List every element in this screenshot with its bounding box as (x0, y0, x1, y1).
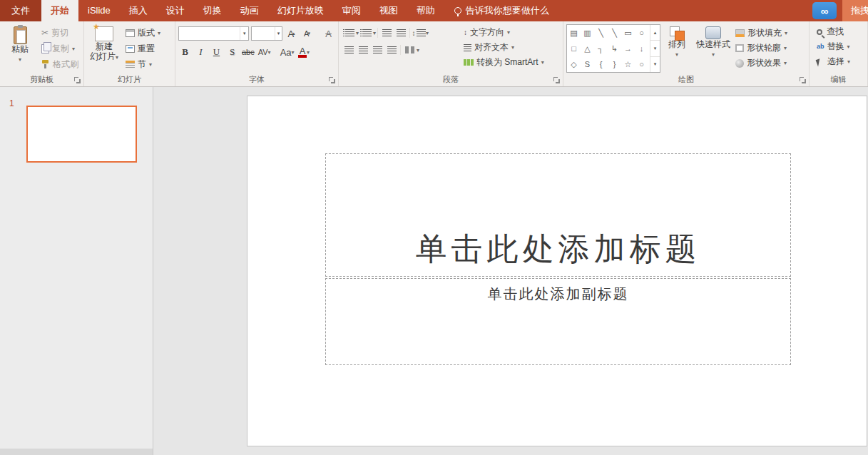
tab-help[interactable]: 帮助 (407, 0, 444, 21)
drawing-dialog-launcher[interactable] (800, 77, 807, 84)
tab-design[interactable]: 设计 (157, 0, 194, 21)
font-size-dropdown-icon[interactable]: ▾ (275, 27, 282, 40)
increase-indent-button[interactable] (394, 26, 408, 40)
reset-button[interactable]: 重置 (123, 41, 163, 56)
columns-button[interactable] (402, 43, 417, 57)
shape-outline-icon (735, 44, 744, 52)
shapes-scroll-up[interactable]: ▴ (650, 25, 660, 41)
replace-button[interactable]: ab 替换 ▾ (817, 39, 864, 54)
shape-rounded-rectangle[interactable]: □ (567, 41, 581, 56)
underline-button[interactable]: U (210, 45, 223, 59)
tab-animations[interactable]: 动画 (231, 0, 268, 21)
find-button[interactable]: 查找 (817, 24, 864, 39)
align-text-button[interactable]: 对齐文本 ▾ (464, 40, 544, 55)
shapes-scroll-down[interactable]: ▾ (650, 41, 660, 56)
tab-transitions[interactable]: 切换 (194, 0, 231, 21)
font-name-input[interactable] (179, 27, 240, 40)
slide-canvas[interactable]: 单击此处添加标题 单击此处添加副标题 (247, 96, 867, 446)
character-spacing-button[interactable]: AV▾ (257, 45, 272, 59)
shape-triangle[interactable]: △ (581, 41, 594, 56)
shape-rectangle[interactable]: ▭ (621, 25, 635, 41)
shape-diamond[interactable]: ◇ (567, 56, 581, 72)
shapes-more-button[interactable]: ▾ (650, 57, 660, 72)
font-size-input[interactable] (252, 27, 274, 40)
shape-star[interactable]: ☆ (621, 56, 635, 72)
new-slide-icon (95, 26, 113, 41)
paragraph-dialog-launcher[interactable] (553, 77, 561, 84)
align-left-button[interactable] (342, 43, 356, 57)
cut-button[interactable]: ✂ 剪切 (39, 25, 81, 41)
line-spacing-dropdown-icon[interactable]: ▾ (426, 30, 429, 36)
convert-smartart-button[interactable]: 转换为 SmartArt ▾ (464, 55, 544, 70)
slide-thumbnail-1[interactable] (26, 106, 137, 163)
change-case-button[interactable]: Aa▾ (280, 45, 295, 59)
replace-icon: ab (817, 44, 824, 50)
justify-button[interactable] (384, 43, 399, 57)
ribbon-group-drawing: ▤ ▥ ╲ ╲ ▭ ○ □ △ ┐ ↳ → (563, 21, 810, 86)
decrease-indent-button[interactable] (379, 26, 394, 40)
shape-oval[interactable]: ○ (635, 25, 648, 41)
paste-button[interactable]: 粘贴 ▾ (3, 24, 37, 74)
shape-textbox[interactable]: ▤ (567, 25, 581, 41)
text-shadow-button[interactable]: S (225, 45, 239, 59)
title-placeholder[interactable]: 单击此处添加标题 (325, 153, 791, 277)
shape-curve[interactable]: S (581, 56, 594, 72)
islide-plugin-icon[interactable]: ∞ (812, 2, 837, 19)
copy-button[interactable]: 复制 ▾ (39, 41, 81, 56)
layout-button[interactable]: 版式 ▾ (123, 25, 163, 41)
shape-outline-button[interactable]: 形状轮廓 ▾ (735, 41, 787, 56)
clipboard-dialog-launcher[interactable] (74, 77, 81, 84)
shape-effects-button[interactable]: 形状效果 ▾ (735, 56, 787, 71)
shape-left-brace[interactable]: { (594, 56, 608, 72)
tab-view[interactable]: 视图 (370, 0, 407, 21)
new-slide-button[interactable]: 新建 幻灯片▾ (87, 24, 121, 74)
font-size-combo[interactable]: ▾ (251, 26, 282, 41)
align-text-label: 对齐文本 (474, 41, 509, 53)
numbering-button[interactable] (359, 26, 373, 40)
font-name-combo[interactable]: ▾ (178, 26, 249, 41)
ribbon-group-paragraph: ▾ ▾ ↕ ▾ (339, 21, 563, 86)
ribbon-group-font: ▾ ▾ A▴ A▾ A (175, 21, 339, 86)
shape-circle[interactable]: ○ (635, 56, 648, 72)
tab-review[interactable]: 审阅 (333, 0, 370, 21)
drag-handle-chip[interactable]: 拖拽 (842, 0, 868, 21)
text-direction-button[interactable]: ↕ 文字方向 ▾ (464, 25, 544, 40)
tab-slideshow[interactable]: 幻灯片放映 (268, 0, 333, 21)
shape-right-arrow[interactable]: → (621, 41, 635, 56)
grow-font-button[interactable]: A▴ (285, 26, 298, 41)
strikethrough-button[interactable]: abc (241, 45, 255, 59)
shape-down-arrow[interactable]: ↓ (635, 41, 648, 56)
format-painter-button[interactable]: 格式刷 (39, 56, 81, 72)
numbering-dropdown-icon[interactable]: ▾ (373, 30, 376, 36)
shape-arrow-line[interactable]: ╲ (608, 25, 621, 41)
shrink-font-button[interactable]: A▾ (300, 26, 314, 41)
tab-home[interactable]: 开始 (41, 0, 78, 21)
shape-vertical-textbox[interactable]: ▥ (581, 25, 594, 41)
tab-islide[interactable]: iSlide (78, 0, 120, 21)
bullets-button[interactable] (342, 26, 356, 40)
font-color-button[interactable]: A ▾ (297, 45, 311, 59)
shape-elbow-connector[interactable]: ┐ (594, 41, 608, 56)
quick-styles-button[interactable]: 快速样式 ▾ (693, 24, 733, 74)
italic-button[interactable]: I (194, 45, 208, 59)
shape-elbow-arrow[interactable]: ↳ (608, 41, 621, 56)
arrange-button[interactable]: 排列 ▾ (663, 24, 691, 74)
shape-line[interactable]: ╲ (594, 25, 608, 41)
bold-button[interactable]: B (178, 45, 192, 59)
font-dialog-launcher[interactable] (329, 77, 336, 84)
shape-right-brace[interactable]: } (608, 56, 621, 72)
subtitle-placeholder[interactable]: 单击此处添加副标题 (325, 278, 791, 365)
thumbnail-panel-scrollbar[interactable] (0, 449, 153, 455)
select-button[interactable]: 选择 ▾ (817, 54, 864, 69)
line-spacing-button[interactable]: ↕ (412, 26, 426, 40)
tell-me-box[interactable]: 告诉我你想要做什么 (447, 0, 556, 21)
clear-formatting-button[interactable]: A (322, 26, 335, 41)
columns-dropdown-icon[interactable]: ▾ (417, 47, 419, 53)
shape-fill-button[interactable]: 形状填充 ▾ (735, 26, 787, 41)
section-button[interactable]: 节 ▾ (123, 56, 163, 72)
tab-insert[interactable]: 插入 (120, 0, 157, 21)
tab-file[interactable]: 文件 (0, 0, 41, 21)
align-right-button[interactable] (370, 43, 384, 57)
align-center-button[interactable] (356, 43, 370, 57)
font-name-dropdown-icon[interactable]: ▾ (240, 27, 248, 40)
